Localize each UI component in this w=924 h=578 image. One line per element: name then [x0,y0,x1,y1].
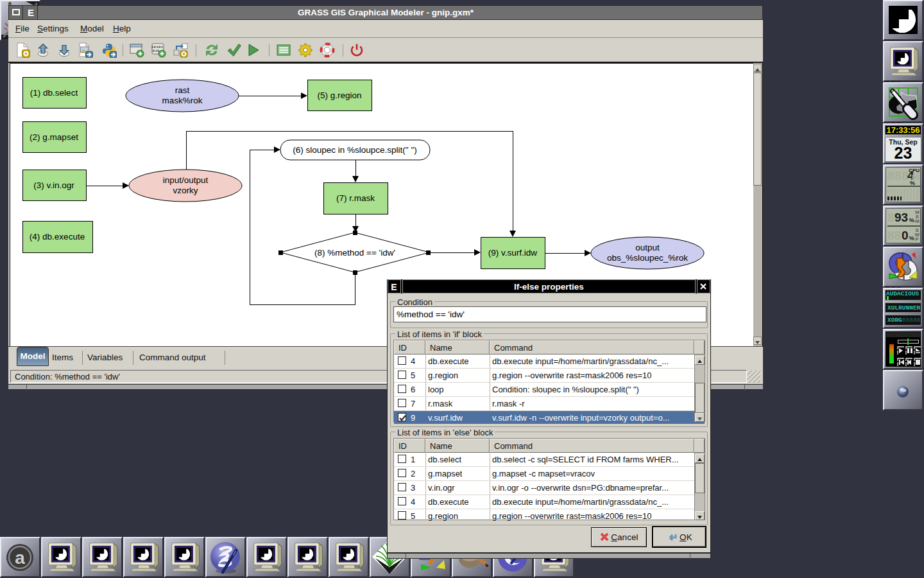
svg-text:(7) r.mask: (7) r.mask [336,193,375,203]
svg-text:a: a [15,548,25,568]
svg-text:(5) g.region: (5) g.region [317,91,361,100]
svg-text:output: output [635,243,660,252]
svg-text:vzorky: vzorky [173,186,198,195]
svg-text:(9) v.surf.idw: (9) v.surf.idw [488,248,538,258]
svg-text:(8) %method == 'idw': (8) %method == 'idw' [314,248,395,258]
svg-text:mask%rok: mask%rok [162,96,202,105]
svg-text:obs_%sloupec_%rok: obs_%sloupec_%rok [607,253,688,263]
svg-text:(2) g.mapset: (2) g.mapset [30,132,78,142]
svg-text:(1) db.select: (1) db.select [30,88,78,98]
svg-text:(3) v.in.ogr: (3) v.in.ogr [33,180,74,190]
svg-text:(6) sloupec in %sloupce.split(: (6) sloupec in %sloupce.split(" ") [293,145,416,155]
svg-text:E: E [391,282,397,292]
svg-text:input/output: input/output [163,175,209,185]
svg-text:(4) db.execute: (4) db.execute [30,232,85,241]
svg-text:rast: rast [175,85,190,95]
